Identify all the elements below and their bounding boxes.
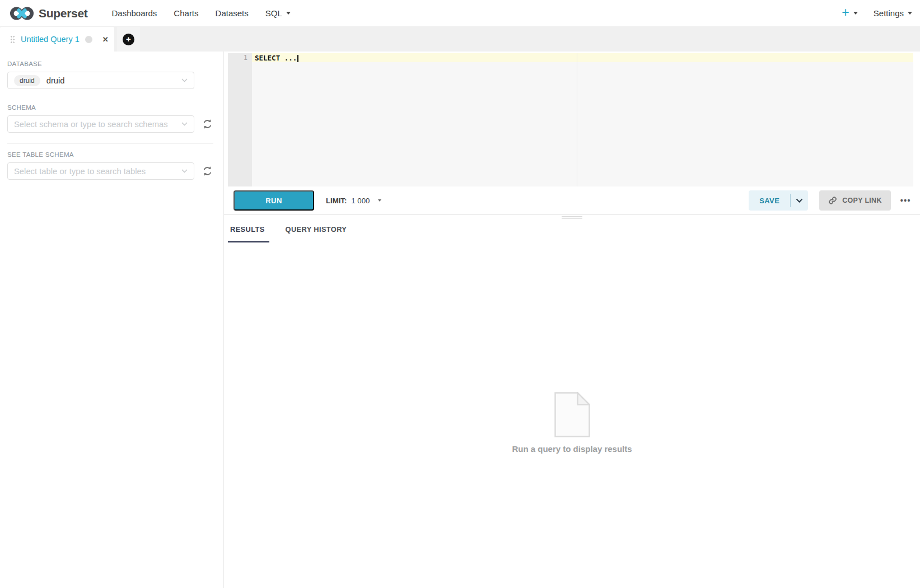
limit-dropdown[interactable]: LIMIT: 1 000 bbox=[326, 197, 381, 205]
nav-item-dashboards[interactable]: Dashboards bbox=[103, 0, 165, 27]
editor-toolbar: RUN LIMIT: 1 000 SAVE bbox=[224, 186, 920, 215]
superset-logo[interactable]: Superset bbox=[9, 5, 87, 22]
table-select[interactable]: Select table or type to search tables bbox=[7, 162, 194, 180]
line-number: 1 bbox=[244, 54, 247, 62]
plus-icon: + bbox=[842, 6, 849, 19]
more-options-button[interactable]: ••• bbox=[898, 193, 913, 208]
limit-label: LIMIT: bbox=[326, 197, 347, 205]
refresh-icon bbox=[202, 119, 213, 129]
tab-title: Untitled Query 1 bbox=[21, 35, 80, 44]
database-label: DATABASE bbox=[7, 60, 213, 67]
save-options-button[interactable] bbox=[791, 190, 808, 211]
chevron-down-icon bbox=[908, 12, 912, 15]
table-placeholder: Select table or type to search tables bbox=[14, 167, 146, 176]
close-tab-icon[interactable]: ✕ bbox=[102, 35, 109, 44]
editor-gutter: 1 bbox=[228, 53, 252, 186]
copy-link-button[interactable]: COPY LINK bbox=[819, 190, 891, 211]
chevron-down-icon bbox=[853, 12, 858, 15]
new-tab-button[interactable]: + bbox=[117, 27, 140, 52]
refresh-icon bbox=[202, 166, 213, 176]
refresh-tables-button[interactable] bbox=[202, 166, 213, 176]
tab-untitled-query-1[interactable]: Untitled Query 1 ✕ bbox=[0, 27, 114, 52]
results-tabbar: RESULTS QUERY HISTORY bbox=[224, 220, 920, 242]
chevron-down-icon bbox=[181, 122, 188, 126]
new-item-button[interactable]: + bbox=[842, 8, 857, 19]
sql-code-editor[interactable]: 1 SELECT ... bbox=[228, 53, 913, 186]
empty-results-message: Run a query to display results bbox=[512, 444, 632, 454]
query-status-dot bbox=[85, 36, 92, 43]
drag-handle-icon[interactable] bbox=[10, 35, 15, 44]
nav-item-datasets[interactable]: Datasets bbox=[207, 0, 257, 27]
schema-select[interactable]: Select schema or type to search schemas bbox=[7, 115, 194, 133]
content-body: DATABASE druid druid SCHEMA Select schem… bbox=[0, 52, 920, 588]
sql-lab-sidebar: DATABASE druid druid SCHEMA Select schem… bbox=[0, 52, 224, 588]
superset-sql-lab: Superset Dashboards Charts Datasets SQL … bbox=[0, 0, 920, 588]
nav-links: Dashboards Charts Datasets SQL bbox=[103, 0, 298, 27]
pane-resize-handle[interactable] bbox=[224, 215, 920, 220]
schema-placeholder: Select schema or type to search schemas bbox=[14, 120, 168, 129]
editor-code-area[interactable]: SELECT ... bbox=[252, 53, 913, 186]
text-cursor bbox=[297, 55, 298, 62]
chevron-down-icon bbox=[181, 78, 188, 82]
nav-item-charts[interactable]: Charts bbox=[165, 0, 207, 27]
tab-results[interactable]: RESULTS bbox=[229, 225, 266, 242]
code-line: SELECT ... bbox=[252, 53, 913, 62]
database-select[interactable]: druid druid bbox=[7, 72, 194, 89]
settings-menu[interactable]: Settings bbox=[874, 8, 912, 18]
schema-label: SCHEMA bbox=[7, 104, 213, 111]
run-query-button[interactable]: RUN bbox=[233, 190, 314, 211]
chevron-down-icon bbox=[378, 199, 381, 202]
sql-editor-pane: 1 SELECT ... RUN LIMIT: 1 000 SAVE bbox=[224, 52, 920, 588]
results-empty-state: Run a query to display results bbox=[224, 392, 920, 454]
database-value: druid bbox=[46, 76, 65, 85]
chevron-down-icon bbox=[181, 169, 188, 173]
chevron-down-icon bbox=[286, 12, 291, 15]
active-tab-underline bbox=[228, 241, 269, 242]
chevron-down-icon bbox=[796, 198, 803, 203]
brand-name: Superset bbox=[39, 7, 87, 20]
database-engine-badge: druid bbox=[14, 75, 40, 86]
refresh-schemas-button[interactable] bbox=[202, 119, 213, 129]
query-tab-strip: Untitled Query 1 ✕ + bbox=[0, 27, 920, 52]
nav-right: + Settings bbox=[842, 8, 914, 19]
nav-item-sql[interactable]: SQL bbox=[257, 0, 299, 27]
plus-circle-icon: + bbox=[123, 34, 134, 45]
sidebar-divider bbox=[7, 143, 213, 144]
limit-value: 1 000 bbox=[351, 197, 370, 205]
superset-infinity-icon bbox=[9, 5, 35, 22]
save-split-button: SAVE bbox=[749, 190, 808, 211]
print-margin-line bbox=[577, 53, 577, 186]
link-icon bbox=[828, 196, 837, 205]
table-schema-label: SEE TABLE SCHEMA bbox=[7, 151, 213, 158]
empty-document-icon bbox=[554, 392, 590, 437]
tab-query-history[interactable]: QUERY HISTORY bbox=[284, 225, 348, 242]
top-nav: Superset Dashboards Charts Datasets SQL … bbox=[0, 0, 920, 27]
save-query-button[interactable]: SAVE bbox=[749, 190, 790, 211]
